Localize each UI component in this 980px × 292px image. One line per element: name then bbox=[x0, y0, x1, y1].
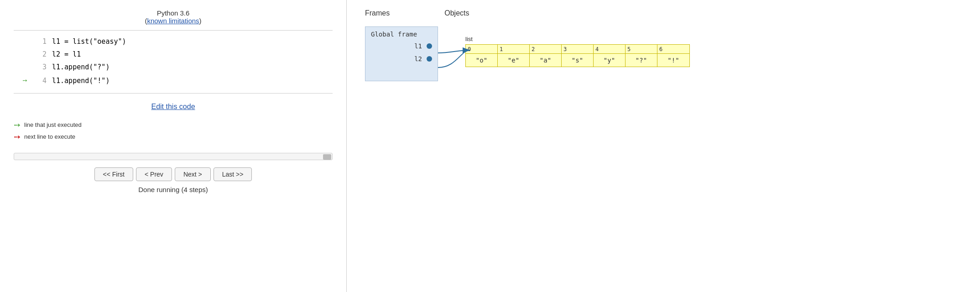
list-cell-value-4: "y" bbox=[594, 54, 625, 67]
line-3-num: 3 bbox=[33, 62, 47, 73]
list-cell-value-6: "!" bbox=[657, 54, 689, 67]
list-cell-value-2: "a" bbox=[530, 54, 561, 67]
legend-green-label: line that just executed bbox=[24, 121, 82, 128]
left-panel: Python 3.6 (known limitations) 1 l1 = li… bbox=[0, 0, 347, 292]
scrollbar-thumb[interactable] bbox=[323, 154, 331, 160]
list-cell-2: 2"a" bbox=[530, 45, 562, 67]
list-cell-index-3: 3 bbox=[562, 45, 593, 54]
list-cell-index-2: 2 bbox=[530, 45, 561, 54]
line-4-arrow: ➙ bbox=[14, 74, 27, 88]
section-headers: Frames Objects bbox=[365, 9, 962, 17]
objects-header: Objects bbox=[444, 9, 469, 17]
list-cell-6: 6"!" bbox=[657, 45, 689, 67]
legend-red: ➙ next line to execute bbox=[14, 132, 333, 142]
list-cell-index-1: 1 bbox=[498, 45, 529, 54]
code-line-2: 2 l2 = l1 bbox=[14, 48, 333, 61]
legend-red-arrow: ➙ bbox=[14, 132, 21, 142]
list-cell-value-5: "?" bbox=[626, 54, 657, 67]
frame-var-l1: l1 bbox=[414, 42, 422, 50]
list-label: list bbox=[465, 36, 690, 42]
code-area: 1 l1 = list("oeasy") 2 l2 = l1 3 l1.appe… bbox=[14, 30, 333, 94]
list-cell-index-4: 4 bbox=[594, 45, 625, 54]
prev-button[interactable]: < Prev bbox=[136, 167, 172, 181]
code-line-4: ➙ 4 l1.append("!") bbox=[14, 73, 333, 89]
l1-dot bbox=[427, 43, 432, 49]
legend-green-arrow: ➙ bbox=[14, 120, 21, 130]
scrollbar-track[interactable] bbox=[14, 153, 333, 160]
list-container: list 0"o"1"e"2"a"3"s"4"y"5"?"6"!" bbox=[465, 36, 690, 67]
line-3-text: l1.append("?") bbox=[52, 62, 109, 73]
list-cell-index-0: 0 bbox=[466, 45, 497, 54]
list-cell-4: 4"y" bbox=[594, 45, 626, 67]
list-cell-3: 3"s" bbox=[562, 45, 594, 67]
edit-this-code-link[interactable]: Edit this code bbox=[151, 103, 195, 110]
first-button[interactable]: << First bbox=[94, 167, 133, 181]
frame-var-l2: l2 bbox=[414, 55, 422, 63]
next-button[interactable]: Next > bbox=[175, 167, 211, 181]
right-panel: Frames Objects bbox=[347, 0, 980, 292]
l2-dot-container bbox=[427, 56, 432, 62]
list-cells: 0"o"1"e"2"a"3"s"4"y"5"?"6"!" bbox=[465, 44, 690, 67]
list-cell-index-6: 6 bbox=[657, 45, 689, 54]
python-version-text: Python 3.6 bbox=[157, 9, 190, 17]
legend: ➙ line that just executed ➙ next line to… bbox=[14, 120, 333, 144]
list-cell-value-3: "s" bbox=[562, 54, 593, 67]
list-cell-value-0: "o" bbox=[466, 54, 497, 67]
list-cell-index-5: 5 bbox=[626, 45, 657, 54]
list-cell-5: 5"?" bbox=[626, 45, 657, 67]
known-limitations-link[interactable]: known limitations bbox=[147, 17, 199, 25]
visualization-wrapper: Global frame l1 l2 list bbox=[365, 26, 962, 81]
legend-green: ➙ line that just executed bbox=[14, 120, 333, 130]
frame-row-l2: l2 bbox=[371, 55, 432, 63]
line-4-text: l1.append("!") bbox=[52, 75, 109, 86]
code-line-3: 3 l1.append("?") bbox=[14, 61, 333, 73]
legend-red-label: next line to execute bbox=[24, 133, 75, 140]
status-text: Done running (4 steps) bbox=[14, 186, 333, 193]
line-1-text: l1 = list("oeasy") bbox=[52, 36, 126, 47]
nav-buttons: << First < Prev Next > Last >> bbox=[14, 167, 333, 181]
list-cell-value-1: "e" bbox=[498, 54, 529, 67]
l2-dot bbox=[427, 56, 432, 62]
frame-row-l1: l1 bbox=[371, 42, 432, 50]
frames-header: Frames bbox=[365, 9, 390, 17]
line-2-num: 2 bbox=[33, 49, 47, 60]
code-line-1: 1 l1 = list("oeasy") bbox=[14, 35, 333, 48]
frame-title: Global frame bbox=[371, 31, 432, 38]
last-button[interactable]: Last >> bbox=[214, 167, 252, 181]
global-frame-box: Global frame l1 l2 bbox=[365, 26, 438, 81]
python-version: Python 3.6 (known limitations) bbox=[14, 9, 333, 25]
line-4-num: 4 bbox=[33, 75, 47, 86]
edit-link-container: Edit this code bbox=[14, 103, 333, 111]
scrollbar-container[interactable] bbox=[14, 153, 333, 160]
line-2-text: l2 = l1 bbox=[52, 49, 81, 60]
line-1-num: 1 bbox=[33, 36, 47, 47]
l1-dot-container bbox=[427, 43, 432, 49]
list-cell-0: 0"o" bbox=[466, 45, 498, 67]
list-cell-1: 1"e" bbox=[498, 45, 530, 67]
